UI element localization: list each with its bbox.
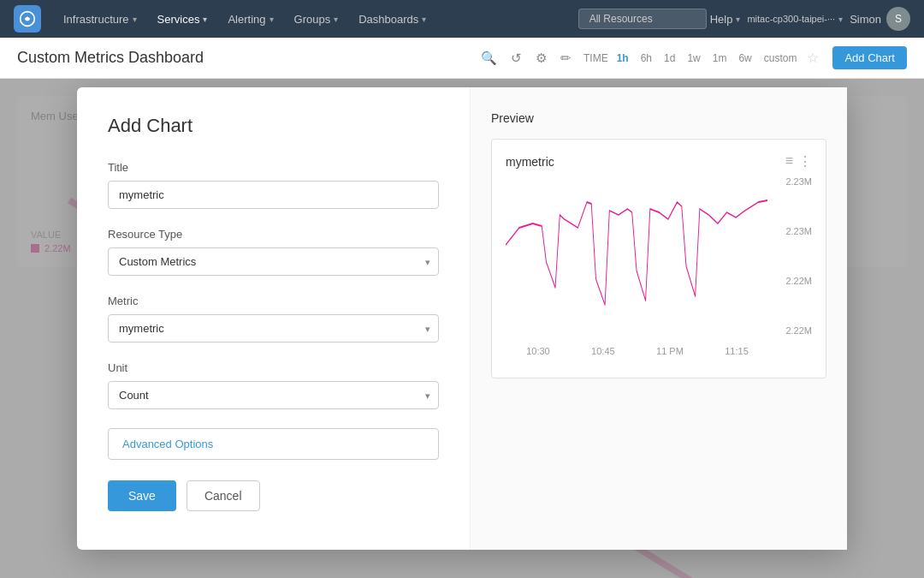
chevron-down-icon: ▾	[203, 15, 207, 24]
time-option-1w[interactable]: 1w	[684, 51, 703, 66]
save-button[interactable]: Save	[108, 480, 176, 511]
y-label: 2.23M	[785, 176, 812, 187]
time-option-1d[interactable]: 1d	[660, 51, 678, 66]
search-icon[interactable]: 🔍	[477, 47, 500, 69]
avatar: S	[886, 7, 910, 31]
title-input[interactable]	[108, 181, 439, 209]
modal-actions: Save Cancel	[108, 480, 439, 511]
nav-item-services[interactable]: Services ▾	[149, 8, 216, 31]
chevron-down-icon: ▾	[422, 15, 426, 24]
chevron-down-icon: ▾	[133, 15, 137, 24]
all-resources-search[interactable]: All Resources	[578, 9, 707, 29]
time-option-6w[interactable]: 6w	[735, 51, 755, 66]
x-label: 11 PM	[656, 346, 684, 356]
user-menu[interactable]: Simon S	[850, 7, 910, 31]
ellipsis-icon[interactable]: ⋮	[798, 153, 812, 170]
chart-area: 2.23M 2.23M 2.22M 2.22M 10:30 10:45 11 P…	[506, 176, 812, 356]
app-logo	[14, 5, 41, 33]
add-chart-button[interactable]: Add Chart	[832, 46, 907, 69]
x-label: 10:30	[526, 346, 550, 356]
y-axis: 2.23M 2.23M 2.22M 2.22M	[769, 176, 812, 336]
main-content: Mem Use VALUE 2.22M Add Chart Title	[0, 79, 924, 578]
nav-item-infrastructure[interactable]: Infrastructure ▾	[55, 8, 145, 31]
menu-icon[interactable]: ≡	[785, 153, 793, 170]
star-icon[interactable]: ☆	[807, 50, 819, 66]
gear-icon[interactable]: ⚙	[532, 47, 550, 69]
pencil-icon[interactable]: ✏	[557, 47, 575, 69]
y-label: 2.23M	[785, 226, 812, 236]
dashboard-title: Custom Metrics Dashboard	[17, 49, 477, 67]
unit-select-wrap: Count Bytes Percentage Milliseconds ▾	[108, 381, 439, 409]
host-selector[interactable]: mitac-cp300-taipei-··· ▾	[747, 14, 843, 24]
modal-overlay: Add Chart Title Resource Type Custom Met…	[0, 79, 924, 578]
chart-title: mymetric	[506, 155, 554, 169]
x-axis: 10:30 10:45 11 PM 11:15	[506, 346, 769, 356]
metric-label: Metric	[108, 295, 439, 307]
x-label: 10:45	[591, 346, 615, 356]
chevron-down-icon: ▾	[736, 15, 740, 24]
y-label: 2.22M	[785, 276, 812, 286]
dashboard-icons: 🔍 ↺ ⚙ ✏	[477, 47, 575, 69]
modal-heading: Add Chart	[108, 115, 439, 137]
nav-item-groups[interactable]: Groups ▾	[286, 8, 347, 31]
resource-type-field-group: Resource Type Custom Metrics Host Contai…	[108, 228, 439, 276]
chart-container: mymetric ≡ ⋮ 2.	[491, 139, 826, 378]
metric-select[interactable]: mymetric	[108, 314, 439, 343]
resource-type-label: Resource Type	[108, 228, 439, 241]
refresh-icon[interactable]: ↺	[507, 47, 525, 69]
chart-header: mymetric ≡ ⋮	[506, 153, 812, 170]
nav-item-alerting[interactable]: Alerting ▾	[219, 8, 281, 31]
resource-type-select-wrap: Custom Metrics Host Container Service ▾	[108, 247, 439, 276]
help-menu[interactable]: Help ▾	[710, 13, 741, 26]
resource-type-select[interactable]: Custom Metrics Host Container Service	[108, 247, 439, 276]
preview-label: Preview	[491, 111, 826, 125]
top-nav: Infrastructure ▾ Services ▾ Alerting ▾ G…	[0, 0, 924, 38]
chevron-down-icon: ▾	[334, 15, 338, 24]
modal-left-panel: Add Chart Title Resource Type Custom Met…	[77, 87, 471, 550]
add-chart-modal: Add Chart Title Resource Type Custom Met…	[77, 87, 847, 550]
metric-field-group: Metric mymetric ▾	[108, 295, 439, 343]
dashboard-bar: Custom Metrics Dashboard 🔍 ↺ ⚙ ✏ TIME 1h…	[0, 38, 924, 79]
cancel-button[interactable]: Cancel	[187, 480, 260, 511]
chevron-down-icon: ▾	[270, 15, 274, 24]
advanced-options-button[interactable]: Advanced Options	[108, 428, 439, 460]
title-field-group: Title	[108, 161, 439, 209]
modal-right-panel: Preview mymetric ≡ ⋮	[471, 87, 847, 550]
chart-icons: ≡ ⋮	[785, 153, 812, 170]
unit-select[interactable]: Count Bytes Percentage Milliseconds	[108, 381, 439, 409]
time-label: TIME	[583, 52, 608, 64]
chevron-down-icon: ▾	[838, 15, 843, 24]
unit-field-group: Unit Count Bytes Percentage Milliseconds…	[108, 361, 439, 409]
title-label: Title	[108, 161, 439, 174]
time-option-1h[interactable]: 1h	[613, 51, 632, 66]
x-label: 11:15	[725, 346, 749, 356]
y-label: 2.22M	[785, 325, 812, 336]
time-option-1m[interactable]: 1m	[709, 51, 731, 66]
unit-label: Unit	[108, 361, 439, 374]
metric-select-wrap: mymetric ▾	[108, 314, 439, 343]
time-option-custom[interactable]: custom	[761, 51, 801, 66]
nav-item-dashboards[interactable]: Dashboards ▾	[350, 8, 435, 31]
time-option-6h[interactable]: 6h	[637, 51, 655, 66]
time-options: 1h 6h 1d 1w 1m 6w custom	[613, 51, 801, 66]
